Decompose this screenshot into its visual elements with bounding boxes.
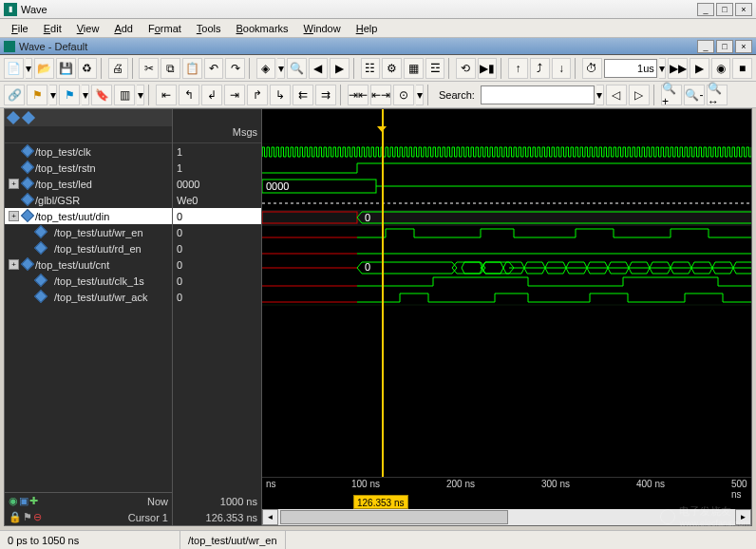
- print-button[interactable]: 🖨: [108, 58, 128, 79]
- menu-bookmarks[interactable]: Bookmarks: [231, 22, 294, 35]
- signal-view-icon2[interactable]: [22, 111, 35, 124]
- layers-button[interactable]: ☷: [361, 58, 381, 79]
- menu-edit[interactable]: Edit: [38, 22, 67, 35]
- zoom-in-button[interactable]: 🔍+: [661, 85, 682, 105]
- cut-button[interactable]: ✂: [139, 58, 159, 79]
- memory-button[interactable]: ▦: [404, 58, 424, 79]
- signal-panel: /top_test/clk/top_test/rstn+/top_test/le…: [5, 109, 172, 525]
- list-button[interactable]: ☲: [425, 58, 445, 79]
- center-button[interactable]: ⊙: [393, 85, 414, 105]
- save-button[interactable]: 💾: [56, 58, 76, 79]
- wave-hscroll[interactable]: ◄►: [262, 509, 751, 525]
- cursor1-button[interactable]: ⚑: [27, 85, 47, 105]
- wave-panel[interactable]: 0000 0 0: [261, 109, 751, 525]
- remove-icon[interactable]: ⊖: [33, 511, 42, 523]
- step-up-button[interactable]: ↑: [508, 58, 528, 79]
- collapse-in-button[interactable]: ⇥⇤: [348, 85, 369, 105]
- edge-prev-button[interactable]: ⇤: [156, 85, 177, 105]
- run-length-stepper[interactable]: ▾: [659, 58, 667, 79]
- cursor-marker[interactable]: 126.353 ns: [353, 495, 408, 509]
- menu-file[interactable]: File: [6, 22, 34, 35]
- search-input[interactable]: [481, 85, 595, 104]
- step-out-button[interactable]: ⤴: [530, 58, 550, 79]
- edge-fall-prev-button[interactable]: ↲: [201, 85, 222, 105]
- menu-window[interactable]: Window: [298, 22, 347, 35]
- edge-any-prev-button[interactable]: ⇇: [293, 85, 313, 105]
- menu-help[interactable]: Help: [350, 22, 384, 35]
- open-button[interactable]: 📂: [34, 58, 54, 79]
- signal-row[interactable]: +/top_test/led: [5, 176, 172, 192]
- signal-name: /top_test/uut/wr_ack: [54, 292, 147, 303]
- bookmark-button[interactable]: 🔖: [91, 85, 112, 105]
- expand-icon[interactable]: +: [9, 211, 19, 221]
- zoom-out-button[interactable]: 🔍-: [684, 85, 705, 105]
- cursor-label: Cursor 1: [128, 512, 168, 523]
- add-signal-button[interactable]: ◈: [256, 58, 276, 79]
- signal-row[interactable]: /top_test/uut/wr_en: [5, 224, 172, 240]
- signal-row[interactable]: +/top_test/uut/din: [5, 208, 172, 224]
- run-button[interactable]: ▶▮: [478, 58, 498, 79]
- menu-add[interactable]: Add: [108, 22, 139, 35]
- reload-button[interactable]: ♻: [78, 58, 98, 79]
- flag-icon[interactable]: ⚑: [23, 511, 32, 523]
- signal-view-icon[interactable]: [7, 111, 20, 124]
- view-button[interactable]: ▥: [114, 85, 135, 105]
- new-dropdown[interactable]: ▾: [26, 58, 33, 79]
- cursor-caret[interactable]: [377, 126, 387, 132]
- copy-button[interactable]: ⧉: [161, 58, 180, 79]
- find-button[interactable]: 🔍: [287, 58, 307, 79]
- cursor2-button[interactable]: ⚑: [59, 85, 80, 105]
- time-ruler[interactable]: ns100 ns200 ns300 ns400 ns500 ns: [262, 477, 751, 493]
- sub-close-button[interactable]: ×: [735, 40, 752, 53]
- signal-list[interactable]: /top_test/clk/top_test/rstn+/top_test/le…: [5, 143, 172, 492]
- expand-icon[interactable]: +: [9, 179, 19, 189]
- maximize-button[interactable]: □: [716, 3, 733, 16]
- expand-icon[interactable]: +: [9, 259, 19, 270]
- edge-any-next-button[interactable]: ⇉: [315, 85, 336, 105]
- link-button[interactable]: 🔗: [4, 85, 25, 105]
- signal-row[interactable]: /top_test/uut/wr_ack: [5, 289, 172, 305]
- sub-maximize-button[interactable]: □: [716, 40, 733, 53]
- undo-button[interactable]: ↶: [204, 58, 224, 79]
- find-next-button[interactable]: ▶: [330, 58, 350, 79]
- signal-row[interactable]: /top_test/uut/clk_1s: [5, 273, 172, 289]
- step-down-button[interactable]: ↓: [552, 58, 572, 79]
- stop-button[interactable]: ■: [732, 58, 752, 79]
- menu-view[interactable]: View: [71, 22, 105, 35]
- expand-out-button[interactable]: ⇤⇥: [370, 85, 391, 105]
- zoom-full-button[interactable]: 🔍↔: [707, 85, 728, 105]
- run-length-input[interactable]: [604, 59, 657, 78]
- waveform-canvas[interactable]: 0000 0 0: [262, 143, 751, 466]
- time-tick: 200 ns: [446, 479, 475, 489]
- cursor-line[interactable]: [382, 109, 384, 477]
- search-dropdown[interactable]: ▾: [596, 85, 604, 105]
- edge-next-button[interactable]: ⇥: [224, 85, 245, 105]
- add-signal-dropdown[interactable]: ▾: [277, 58, 285, 79]
- close-button[interactable]: ×: [735, 3, 752, 16]
- search-next-button[interactable]: ▷: [629, 85, 650, 105]
- menu-format[interactable]: Format: [142, 22, 187, 35]
- lock-icon[interactable]: 🔒: [9, 511, 22, 523]
- find-prev-button[interactable]: ◀: [309, 58, 329, 79]
- continue-button[interactable]: ▶: [690, 58, 709, 79]
- signal-row[interactable]: /top_test/clk: [5, 143, 172, 160]
- new-button[interactable]: 📄: [4, 58, 24, 79]
- dataflow-button[interactable]: ⚙: [382, 58, 402, 79]
- minimize-button[interactable]: _: [697, 3, 714, 16]
- paste-button[interactable]: 📋: [182, 58, 202, 79]
- redo-button[interactable]: ↷: [225, 58, 245, 79]
- cursor-row[interactable]: 🔒 ⚑ ⊖ Cursor 1: [5, 509, 172, 525]
- restart-button[interactable]: ⟲: [456, 58, 476, 79]
- signal-row[interactable]: /glbl/GSR: [5, 192, 172, 208]
- edge-rise-next-button[interactable]: ↱: [247, 85, 268, 105]
- signal-row[interactable]: /top_test/rstn: [5, 160, 172, 176]
- signal-row[interactable]: +/top_test/uut/cnt: [5, 256, 172, 273]
- signal-row[interactable]: /top_test/uut/rd_en: [5, 240, 172, 256]
- sub-minimize-button[interactable]: _: [697, 40, 714, 53]
- run-all-button[interactable]: ▶▶: [668, 58, 688, 79]
- break-button[interactable]: ◉: [711, 58, 731, 79]
- edge-rise-prev-button[interactable]: ↰: [179, 85, 199, 105]
- menu-tools[interactable]: Tools: [191, 22, 227, 35]
- search-prev-button[interactable]: ◁: [606, 85, 627, 105]
- edge-fall-next-button[interactable]: ↳: [270, 85, 291, 105]
